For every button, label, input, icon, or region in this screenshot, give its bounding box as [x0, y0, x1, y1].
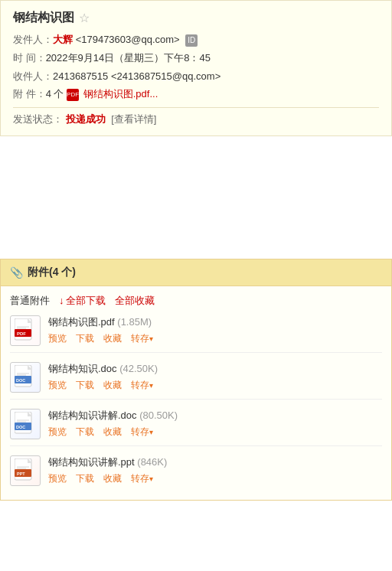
- collect-link[interactable]: 收藏: [103, 332, 122, 345]
- id-badge: ID: [185, 34, 198, 47]
- time-value: 2022年9月14日（星期三）下午8：45: [46, 51, 211, 67]
- svg-text:PDF: PDF: [17, 331, 26, 336]
- file-name: 钢结构知识.doc (42.50K): [48, 362, 382, 376]
- transfer-arrow-icon: ▾: [149, 334, 153, 343]
- attachments-header: 📎 附件(4 个): [1, 259, 391, 286]
- attachments-section: 📎 附件(4 个) 普通附件 ↓全部下载 全部收藏 PDF 钢结构识图.pdf: [0, 259, 392, 501]
- attachment-list: PDF 钢结构识图.pdf (1.85M) 预览 下载 收藏 转存▾: [10, 315, 382, 492]
- attachment-file-link[interactable]: 钢结构识图.pdf...: [83, 88, 158, 100]
- attachment-item: DOC 钢结构知识讲解.doc (80.50K) 预览 下载 收藏 转存▾: [10, 409, 382, 446]
- download-all-link[interactable]: ↓全部下载: [59, 294, 106, 308]
- email-header: 钢结构识图 ☆ 发件人： 大辉 <179473603@qq.com> ID 时 …: [0, 0, 392, 136]
- transfer-arrow-icon: ▾: [149, 475, 153, 483]
- download-all-label: 全部下载: [66, 295, 106, 306]
- download-link[interactable]: 下载: [76, 379, 94, 392]
- file-icon-pdf: PDF: [10, 315, 41, 346]
- file-size: (42.50K): [119, 363, 158, 374]
- attachment-count-value: 4 个 PDF 钢结构识图.pdf...: [46, 86, 158, 103]
- attachment-count: 4 个: [46, 88, 64, 100]
- file-name: 钢结构知识讲解.ppt (846K): [48, 455, 382, 469]
- sender-name: 大辉: [53, 34, 73, 45]
- file-info: 钢结构识图.pdf (1.85M) 预览 下载 收藏 转存▾: [48, 315, 382, 345]
- file-name-text: 钢结构知识讲解.ppt: [48, 456, 135, 468]
- sender-label: 发件人：: [13, 32, 53, 48]
- download-link[interactable]: 下载: [76, 426, 94, 439]
- transfer-arrow-icon: ▾: [149, 428, 153, 436]
- file-size: (1.85M): [117, 316, 152, 328]
- collect-link[interactable]: 收藏: [103, 426, 122, 439]
- file-icon-doc: DOC: [10, 362, 41, 393]
- transfer-btn[interactable]: 转存▾: [131, 332, 153, 345]
- collect-link[interactable]: 收藏: [103, 379, 122, 392]
- star-icon[interactable]: ☆: [79, 11, 90, 25]
- recipient-value: 2413687515 <2413687515@qq.com>: [53, 69, 220, 85]
- file-info: 钢结构知识讲解.doc (80.50K) 预览 下载 收藏 转存▾: [48, 409, 382, 439]
- download-link[interactable]: 下载: [76, 332, 94, 345]
- file-actions: 预览 下载 收藏 转存▾: [48, 379, 382, 392]
- time-row: 时 间： 2022年9月14日（星期三）下午8：45: [13, 51, 379, 67]
- file-info: 钢结构知识.doc (42.50K) 预览 下载 收藏 转存▾: [48, 362, 382, 392]
- sender-value: 大辉 <179473603@qq.com> ID: [53, 32, 198, 48]
- file-icon-ppt: PPT: [10, 455, 41, 486]
- status-detail-link[interactable]: [查看详情]: [111, 113, 156, 125]
- file-name-text: 钢结构知识.doc: [48, 363, 117, 374]
- preview-link[interactable]: 预览: [48, 379, 67, 392]
- email-subject: 钢结构识图: [13, 10, 74, 26]
- email-body-spacer: [0, 136, 392, 259]
- transfer-btn[interactable]: 转存▾: [131, 472, 153, 485]
- file-actions: 预览 下载 收藏 转存▾: [48, 426, 382, 439]
- transfer-btn[interactable]: 转存▾: [131, 426, 153, 439]
- file-actions: 预览 下载 收藏 转存▾: [48, 332, 382, 345]
- preview-link[interactable]: 预览: [48, 426, 67, 439]
- preview-link[interactable]: 预览: [48, 472, 67, 485]
- status-success: 投递成功: [66, 113, 106, 125]
- download-arrow: ↓: [59, 295, 64, 306]
- time-label: 时 间：: [13, 51, 46, 67]
- file-size: (80.50K): [139, 409, 178, 421]
- svg-text:DOC: DOC: [16, 425, 25, 429]
- transfer-btn[interactable]: 转存▾: [131, 379, 153, 392]
- sender-email: <179473603@qq.com>: [76, 34, 180, 45]
- svg-text:DOC: DOC: [16, 378, 25, 383]
- status-label: 发送状态：: [13, 113, 63, 125]
- send-status-row: 发送状态： 投递成功 [查看详情]: [13, 107, 379, 126]
- attachments-body: 普通附件 ↓全部下载 全部收藏 PDF 钢结构识图.pdf (1.85M) 预览: [1, 286, 391, 500]
- file-icon-doc: DOC: [10, 409, 41, 439]
- clip-icon: 📎: [10, 266, 23, 279]
- normal-label: 普通附件: [10, 294, 50, 308]
- attachment-item: DOC 钢结构知识.doc (42.50K) 预览 下载 收藏 转存▾: [10, 362, 382, 400]
- attachment-item: PPT 钢结构知识讲解.ppt (846K) 预览 下载 收藏 转存▾: [10, 455, 382, 492]
- file-size: (846K): [137, 456, 167, 468]
- normal-attachments-header: 普通附件 ↓全部下载 全部收藏: [10, 294, 382, 308]
- attachments-title: 附件(4 个): [28, 266, 76, 279]
- transfer-arrow-icon: ▾: [149, 381, 153, 390]
- sender-row: 发件人： 大辉 <179473603@qq.com> ID: [13, 32, 379, 48]
- email-title-row: 钢结构识图 ☆: [13, 10, 379, 26]
- file-name: 钢结构知识讲解.doc (80.50K): [48, 409, 382, 423]
- file-name-text: 钢结构知识讲解.doc: [48, 409, 137, 421]
- attachment-item: PDF 钢结构识图.pdf (1.85M) 预览 下载 收藏 转存▾: [10, 315, 382, 353]
- pdf-icon-small: PDF: [67, 89, 79, 101]
- svg-text:PPT: PPT: [17, 471, 25, 476]
- file-name-text: 钢结构识图.pdf: [48, 316, 115, 328]
- file-info: 钢结构知识讲解.ppt (846K) 预览 下载 收藏 转存▾: [48, 455, 382, 485]
- recipient-label: 收件人：: [13, 69, 53, 85]
- collect-link[interactable]: 收藏: [103, 472, 122, 485]
- file-name: 钢结构识图.pdf (1.85M): [48, 315, 382, 329]
- attachment-row: 附 件： 4 个 PDF 钢结构识图.pdf...: [13, 86, 379, 103]
- preview-link[interactable]: 预览: [48, 332, 67, 345]
- recipient-row: 收件人： 2413687515 <2413687515@qq.com>: [13, 69, 379, 85]
- download-link[interactable]: 下载: [76, 472, 94, 485]
- collect-all-link[interactable]: 全部收藏: [115, 294, 155, 308]
- file-actions: 预览 下载 收藏 转存▾: [48, 472, 382, 485]
- attachment-label: 附 件：: [13, 86, 46, 103]
